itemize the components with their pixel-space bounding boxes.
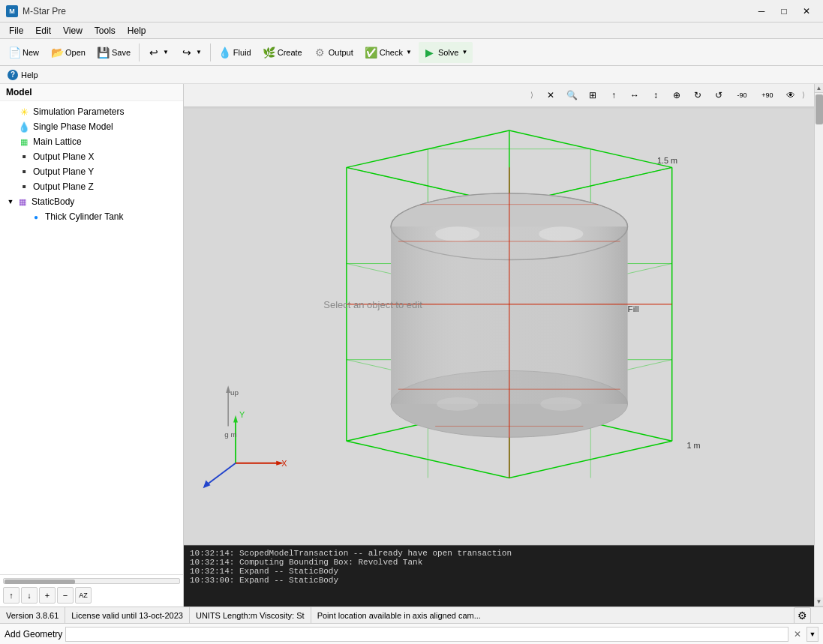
vp-eye-icon[interactable]: 👁 [781, 85, 800, 105]
toolbar-separator-2 [210, 43, 211, 61]
sim-params-icon: ✳ [18, 106, 30, 118]
toolbar-separator-1 [139, 43, 140, 61]
add-geometry-dropdown-button[interactable]: ▼ [806, 627, 818, 642]
sidebar-item-thick-cylinder[interactable]: ● Thick Cylinder Tank [0, 209, 183, 224]
save-button[interactable]: 💾 Save [92, 42, 136, 63]
output-x-icon: ▪ [18, 151, 30, 163]
sidebar-bottom: ↑ ↓ + − AZ [0, 574, 183, 607]
vp-cross-icon[interactable]: ✕ [541, 85, 560, 105]
output-button[interactable]: ⚙ Output [309, 42, 359, 63]
menu-edit[interactable]: Edit [29, 24, 57, 37]
model-header: Model [0, 84, 183, 101]
sidebar-scroll-thumb[interactable] [5, 580, 75, 584]
main-lattice-icon: ▦ [18, 136, 30, 148]
svg-text:X: X [281, 458, 287, 467]
redo-button[interactable]: ↩ ▼ [143, 42, 174, 63]
units-text: UNITS Length:m Viscosity: St [196, 611, 305, 620]
check-button[interactable]: ✅ Check ▼ [360, 42, 417, 63]
sidebar-item-output-x[interactable]: ▪ Output Plane X [0, 149, 183, 164]
sidebar-item-single-phase[interactable]: 💧 Single Phase Model [0, 119, 183, 134]
sidebar-sort-button[interactable]: AZ [75, 587, 92, 604]
log-line-4: 10:33:00: Expand -- StaticBody [190, 576, 808, 585]
output-x-label: Output Plane X [33, 151, 94, 162]
scene-container[interactable]: Fill 1.5 m 1 m Y X up [184, 107, 814, 546]
menu-tools[interactable]: Tools [89, 24, 122, 37]
sidebar-tree: ✳ Simulation Parameters 💧 Single Phase M… [0, 101, 183, 574]
vp-zoom-icon[interactable]: 🔍 [562, 85, 581, 105]
help-icon: ? [8, 70, 18, 80]
svg-text:up: up [230, 388, 239, 397]
close-button[interactable]: ✕ [796, 4, 817, 19]
maximize-button[interactable]: □ [773, 4, 794, 19]
vp-undo3d-icon[interactable]: ↻ [688, 85, 707, 105]
units-section: UNITS Length:m Viscosity: St [190, 607, 311, 623]
vp-up-icon[interactable]: ↑ [604, 85, 623, 105]
svg-text:1 m: 1 m [686, 441, 700, 450]
version-text: Version 3.8.61 [6, 611, 59, 620]
new-button[interactable]: 📄 New [3, 42, 44, 63]
sidebar-item-sim-params[interactable]: ✳ Simulation Parameters [0, 104, 183, 119]
expand-left-icon[interactable]: ⟩ [530, 91, 539, 99]
static-body-expand[interactable]: ▼ [6, 197, 15, 206]
scroll-up-arrow[interactable]: ▲ [815, 84, 823, 93]
scroll-down-arrow[interactable]: ▼ [815, 598, 823, 607]
main-content: Model ✳ Simulation Parameters 💧 Single P… [0, 84, 823, 607]
menu-bar: File Edit View Tools Help [0, 22, 823, 39]
single-phase-icon: 💧 [18, 121, 30, 133]
solve-icon: ▶ [424, 46, 436, 58]
help-button[interactable]: ? Help [5, 68, 41, 82]
new-icon: 📄 [8, 46, 20, 58]
sidebar-move-down-button[interactable]: ↓ [21, 587, 38, 604]
vp-grid-icon[interactable]: ⊞ [583, 85, 602, 105]
thick-cylinder-icon: ● [30, 211, 42, 223]
point-location-text: Point location available in axis aligned… [317, 611, 481, 620]
output-icon: ⚙ [314, 46, 326, 58]
minimize-button[interactable]: ─ [751, 4, 772, 19]
expand-right-icon[interactable]: ⟩ [802, 91, 811, 99]
fluid-button[interactable]: 💧 Fluid [214, 42, 257, 63]
solve-button[interactable]: ▶ Solve ▼ [419, 42, 473, 63]
vp-redo3d-icon[interactable]: ↺ [709, 85, 728, 105]
vp-neg90-button[interactable]: -90 [730, 85, 754, 105]
sidebar-toolbar: ↑ ↓ + − AZ [3, 587, 180, 604]
vp-rotate-icon[interactable]: ↕ [646, 85, 665, 105]
sidebar-item-output-y[interactable]: ▪ Output Plane Y [0, 164, 183, 179]
sidebar-item-output-z[interactable]: ▪ Output Plane Z [0, 179, 183, 194]
add-geometry-close-button[interactable]: ✕ [791, 628, 803, 640]
create-icon: 🌿 [263, 46, 275, 58]
svg-point-28 [437, 397, 478, 411]
menu-file[interactable]: File [3, 24, 29, 37]
main-lattice-label: Main Lattice [33, 136, 82, 147]
undo-button[interactable]: ↪ ▼ [176, 42, 207, 63]
scroll-thumb[interactable] [815, 94, 823, 124]
add-geometry-input[interactable] [65, 627, 788, 642]
sidebar-item-main-lattice[interactable]: ▦ Main Lattice [0, 134, 183, 149]
sidebar-item-static-body[interactable]: ▼ ▦ StaticBody [0, 194, 183, 209]
vp-plus-icon[interactable]: ⊕ [667, 85, 686, 105]
add-geometry-bar: Add Geometry ✕ ▼ [0, 623, 823, 644]
settings-gear-button[interactable]: ⚙ [788, 607, 817, 624]
right-scrollbar[interactable]: ▲ ▼ [814, 84, 823, 607]
add-geometry-label: Add Geometry [5, 629, 62, 640]
save-icon: 💾 [98, 46, 110, 58]
svg-text:Y: Y [239, 409, 245, 418]
static-body-icon: ▦ [17, 196, 29, 208]
sidebar-remove-button[interactable]: − [57, 587, 74, 604]
menu-help[interactable]: Help [122, 24, 152, 37]
title-bar: M M-Star Pre ─ □ ✕ [0, 0, 823, 22]
3d-scene-svg: Fill 1.5 m 1 m Y X up [184, 107, 814, 546]
svg-text:1.5 m: 1.5 m [657, 156, 677, 165]
svg-point-29 [540, 397, 581, 411]
open-icon: 📂 [51, 46, 63, 58]
viewport-toolbar: ⟩ ✕ 🔍 ⊞ ↑ ↔ ↕ ⊕ ↻ ↺ -90 +90 👁 ⟩ [184, 84, 814, 107]
sidebar-scrollbar[interactable] [3, 578, 180, 584]
status-bar: Version 3.8.61 License valid until 13-oc… [0, 607, 823, 623]
create-button[interactable]: 🌿 Create [258, 42, 308, 63]
svg-point-26 [435, 226, 479, 241]
menu-view[interactable]: View [57, 24, 89, 37]
vp-pan-icon[interactable]: ↔ [625, 85, 644, 105]
vp-pos90-button[interactable]: +90 [755, 85, 779, 105]
sidebar-move-up-button[interactable]: ↑ [3, 587, 20, 604]
open-button[interactable]: 📂 Open [46, 42, 91, 63]
sidebar-add-button[interactable]: + [39, 587, 56, 604]
